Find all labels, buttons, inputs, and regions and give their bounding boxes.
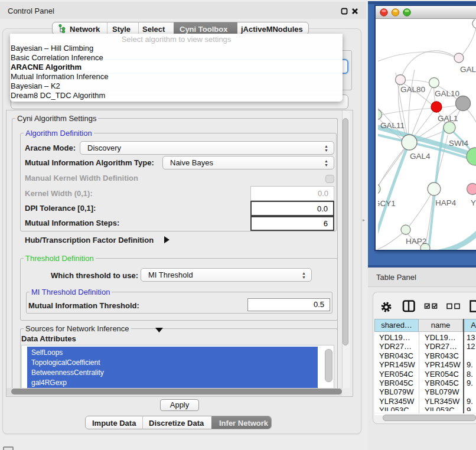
svg-text:GAL10: GAL10: [435, 89, 459, 98]
svg-text:HAP4: HAP4: [435, 198, 457, 207]
svg-text:HAP2: HAP2: [406, 237, 426, 246]
svg-text:GAL1: GAL1: [438, 114, 458, 123]
svg-text:GAL4: GAL4: [410, 152, 431, 161]
svg-text:GAL80: GAL80: [400, 85, 425, 94]
svg-text:GAL11: GAL11: [380, 121, 405, 130]
svg-text:Y: Y: [471, 198, 476, 207]
svg-text:SWI4: SWI4: [449, 139, 468, 148]
svg-text:GCY1: GCY1: [378, 199, 396, 208]
svg-text:GAL: GAL: [460, 65, 476, 74]
